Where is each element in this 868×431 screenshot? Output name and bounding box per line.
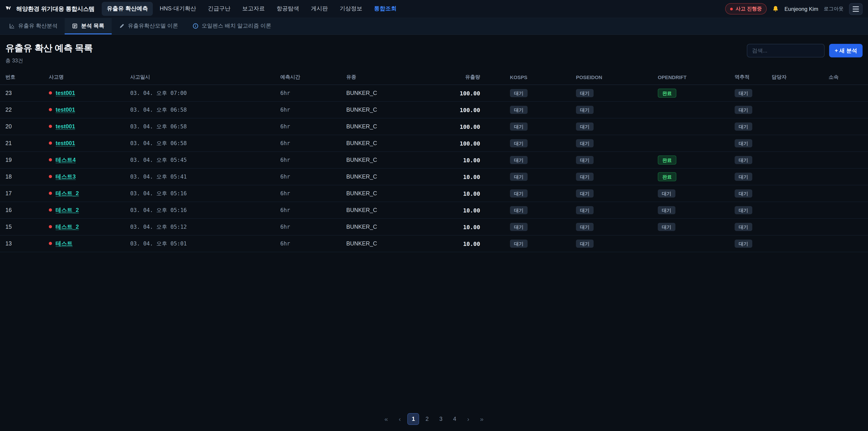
cell-manager bbox=[766, 118, 816, 135]
status-badge: 대기 bbox=[576, 206, 594, 214]
cell-no: 15 bbox=[0, 219, 45, 235]
next-page-button[interactable]: › bbox=[462, 413, 474, 425]
cell-no: 17 bbox=[0, 185, 45, 202]
cell-kosps: 대기 bbox=[484, 168, 561, 185]
cell-backtrack: 대기 bbox=[723, 101, 766, 118]
cell-duration: 6hr bbox=[277, 85, 343, 101]
cell-kosps: 대기 bbox=[484, 152, 561, 168]
incident-link[interactable]: test001 bbox=[56, 107, 75, 113]
cell-oil-type: BUNKER_C bbox=[343, 118, 433, 135]
cell-manager bbox=[766, 152, 816, 168]
page-button[interactable]: 4 bbox=[449, 413, 460, 425]
nav-item[interactable]: 통합조회 bbox=[369, 2, 402, 16]
cell-no: 16 bbox=[0, 202, 45, 219]
page-button[interactable]: 2 bbox=[421, 413, 433, 425]
status-badge: 대기 bbox=[735, 206, 752, 214]
incident-link[interactable]: 테스트_2 bbox=[56, 223, 79, 230]
cell-manager bbox=[766, 135, 816, 152]
cell-poseidon: 대기 bbox=[561, 101, 642, 118]
cell-opendrift: 대기 bbox=[642, 185, 723, 202]
table-header-row: 번호 사고명 사고일시 예측시간 유종 유출량 KOSPS POSEIDON O… bbox=[0, 70, 868, 85]
menu-button[interactable] bbox=[849, 3, 863, 15]
cell-poseidon: 대기 bbox=[561, 185, 642, 202]
page-head-actions: + 새 분석 bbox=[747, 44, 863, 57]
tab[interactable]: 분석 목록 bbox=[65, 18, 112, 34]
cell-no: 18 bbox=[0, 168, 45, 185]
nav-item[interactable]: 기상정보 bbox=[335, 2, 367, 16]
nav-item[interactable]: 유출유 확산예측 bbox=[102, 2, 153, 16]
incident-link[interactable]: 테스트_2 bbox=[56, 207, 79, 213]
cell-poseidon: 대기 bbox=[561, 135, 642, 152]
cell-opendrift bbox=[642, 118, 723, 135]
status-badge: 대기 bbox=[576, 240, 594, 248]
new-analysis-button[interactable]: + 새 분석 bbox=[829, 44, 863, 57]
cell-poseidon: 대기 bbox=[561, 202, 642, 219]
incident-dot-icon bbox=[49, 242, 52, 245]
table-row: 21 test001 03. 04. 오후 06:58 6hr BUNKER_C… bbox=[0, 135, 868, 152]
last-page-button[interactable]: » bbox=[476, 413, 488, 425]
table-row: 20 test001 03. 04. 오후 06:58 6hr BUNKER_C… bbox=[0, 118, 868, 135]
cell-duration: 6hr bbox=[277, 152, 343, 168]
status-badge: 대기 bbox=[510, 89, 528, 97]
cell-poseidon: 대기 bbox=[561, 85, 642, 101]
nav-item[interactable]: 항공탐색 bbox=[272, 2, 304, 16]
logout-button[interactable]: 로그아웃 bbox=[824, 5, 844, 12]
nav-item[interactable]: 보고자료 bbox=[237, 2, 270, 16]
nav-item[interactable]: 게시판 bbox=[306, 2, 333, 16]
tab[interactable]: 유출유확산모델 이론 bbox=[112, 18, 185, 34]
pencil-icon bbox=[119, 23, 125, 29]
incident-link[interactable]: test001 bbox=[56, 90, 75, 96]
bell-icon[interactable] bbox=[772, 5, 779, 12]
first-page-button[interactable]: « bbox=[380, 413, 392, 425]
cell-affiliation bbox=[816, 219, 868, 235]
tab-label: 유출유확산모델 이론 bbox=[128, 22, 178, 30]
prediction-table: 번호 사고명 사고일시 예측시간 유종 유출량 KOSPS POSEIDON O… bbox=[0, 70, 868, 252]
incident-status-badge: 사고 진행중 bbox=[725, 3, 767, 14]
column-header: 유종 bbox=[343, 70, 433, 85]
cell-affiliation bbox=[816, 85, 868, 101]
cell-amount: 10.00 bbox=[433, 185, 484, 202]
status-badge: 대기 bbox=[510, 173, 528, 181]
alert-dot-icon bbox=[730, 7, 733, 10]
incident-link[interactable]: 테스트_2 bbox=[56, 190, 79, 196]
top-navbar: 해양환경 위기대응 통합시스템 유출유 확산예측 HNS·대기확산 긴급구난 보… bbox=[0, 0, 868, 18]
page-numbers: 1 2 3 4 bbox=[408, 413, 461, 425]
page-button[interactable]: 3 bbox=[435, 413, 447, 425]
cell-oil-type: BUNKER_C bbox=[343, 219, 433, 235]
tab[interactable]: 유출유 확산분석 bbox=[2, 18, 65, 34]
nav-item[interactable]: HNS·대기확산 bbox=[155, 2, 201, 16]
brand-title: 해양환경 위기대응 통합시스템 bbox=[16, 5, 94, 13]
cell-affiliation bbox=[816, 101, 868, 118]
cell-datetime: 03. 04. 오후 05:41 bbox=[127, 168, 277, 185]
incident-link[interactable]: 테스트4 bbox=[56, 157, 76, 163]
prev-page-button[interactable]: ‹ bbox=[394, 413, 406, 425]
incident-link[interactable]: 테스트3 bbox=[56, 173, 76, 180]
nav-item[interactable]: 긴급구난 bbox=[203, 2, 236, 16]
incident-dot-icon bbox=[49, 158, 52, 161]
page-head: 유출유 확산 예측 목록 총 33건 + 새 분석 bbox=[0, 35, 868, 66]
cell-opendrift: 대기 bbox=[642, 202, 723, 219]
cell-name: test001 bbox=[45, 85, 127, 101]
cell-kosps: 대기 bbox=[484, 219, 561, 235]
cell-manager bbox=[766, 101, 816, 118]
page-button[interactable]: 1 bbox=[408, 413, 419, 425]
incident-dot-icon bbox=[49, 191, 52, 194]
list-icon bbox=[72, 23, 78, 29]
cell-datetime: 03. 04. 오후 06:58 bbox=[127, 135, 277, 152]
tab[interactable]: 오일펜스 배치 알고리즘 이론 bbox=[185, 18, 278, 34]
app-root: 해양환경 위기대응 통합시스템 유출유 확산예측 HNS·대기확산 긴급구난 보… bbox=[0, 0, 868, 431]
incident-dot-icon bbox=[49, 142, 52, 145]
incident-dot-icon bbox=[49, 175, 52, 178]
incident-link[interactable]: 테스트 bbox=[56, 240, 72, 247]
cell-datetime: 03. 04. 오후 06:58 bbox=[127, 101, 277, 118]
cell-affiliation bbox=[816, 235, 868, 252]
status-badge: 대기 bbox=[735, 123, 752, 131]
cell-poseidon: 대기 bbox=[561, 219, 642, 235]
incident-link[interactable]: test001 bbox=[56, 123, 75, 130]
cell-opendrift: 대기 bbox=[642, 219, 723, 235]
status-badge: 대기 bbox=[510, 156, 528, 164]
incident-link[interactable]: test001 bbox=[56, 140, 75, 147]
search-input[interactable] bbox=[747, 44, 825, 57]
cell-no: 20 bbox=[0, 118, 45, 135]
cell-backtrack: 대기 bbox=[723, 168, 766, 185]
